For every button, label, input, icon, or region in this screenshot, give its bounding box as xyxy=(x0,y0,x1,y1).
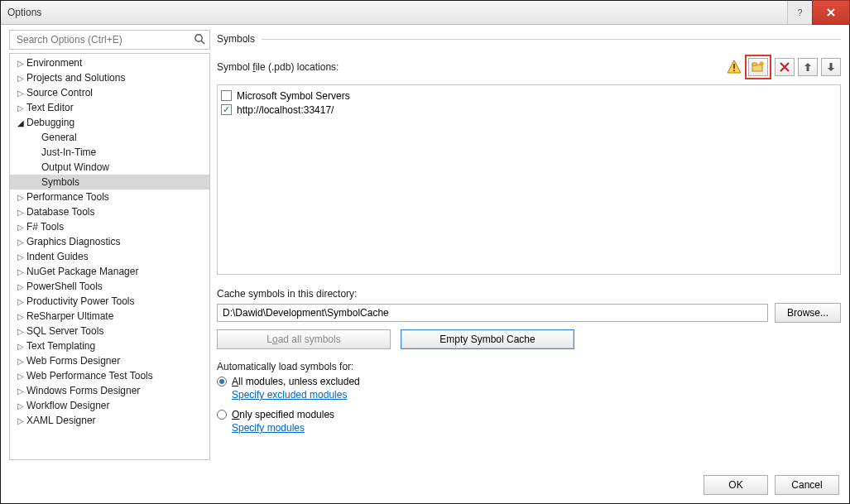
chevron-right-icon[interactable]: ▷ xyxy=(15,416,26,425)
chevron-right-icon[interactable]: ▷ xyxy=(15,282,26,291)
chevron-right-icon[interactable]: ▷ xyxy=(15,357,26,366)
tree-label: PowerShell Tools xyxy=(26,281,103,292)
tree-item-web-forms-designer[interactable]: ▷Web Forms Designer xyxy=(10,353,209,368)
tree-item-web-performance-test-tools[interactable]: ▷Web Performance Test Tools xyxy=(10,368,209,383)
delete-location-button[interactable] xyxy=(775,58,795,76)
chevron-right-icon[interactable]: ▷ xyxy=(15,193,26,202)
tree-label: Web Forms Designer xyxy=(26,355,120,367)
tree-item-nuget-package-manager[interactable]: ▷NuGet Package Manager xyxy=(10,264,209,279)
tree-item-graphics-diagnostics[interactable]: ▷Graphics Diagnostics xyxy=(10,234,209,249)
cancel-button[interactable]: Cancel xyxy=(775,475,839,495)
tree-label: ReSharper Ultimate xyxy=(26,310,113,322)
chevron-right-icon[interactable]: ▷ xyxy=(15,327,26,336)
tree-item-source-control[interactable]: ▷Source Control xyxy=(10,85,209,100)
chevron-right-icon[interactable]: ▷ xyxy=(15,223,26,232)
auto-load-label: Automatically load symbols for: xyxy=(217,361,841,372)
tree-item-f-tools[interactable]: ▷F# Tools xyxy=(10,219,209,234)
tree-item-workflow-designer[interactable]: ▷Workflow Designer xyxy=(10,398,209,413)
ok-button[interactable]: OK xyxy=(704,475,768,495)
help-button[interactable]: ? xyxy=(787,1,812,24)
chevron-right-icon[interactable]: ▷ xyxy=(15,297,26,306)
chevron-right-icon[interactable]: ▷ xyxy=(15,386,26,396)
tree-item-general[interactable]: General xyxy=(10,130,209,145)
tree-label: Indent Guides xyxy=(26,251,89,262)
specify-modules-link[interactable]: Specify modules xyxy=(232,422,841,434)
tree-label: Symbols xyxy=(41,176,79,188)
tree-label: XAML Designer xyxy=(26,415,96,426)
chevron-down-icon[interactable]: ◢ xyxy=(15,118,26,127)
tree-label: Windows Forms Designer xyxy=(26,385,140,396)
tree-item-database-tools[interactable]: ▷Database Tools xyxy=(10,204,209,219)
tree-item-xaml-designer[interactable]: ▷XAML Designer xyxy=(10,413,209,428)
tree-label: Graphics Diagnostics xyxy=(26,236,120,247)
tree-label: Workflow Designer xyxy=(26,400,109,411)
radio-dot-unselected-icon xyxy=(217,410,227,420)
tree-item-projects-and-solutions[interactable]: ▷Projects and Solutions xyxy=(10,70,209,85)
search-input[interactable] xyxy=(15,33,190,46)
tree-item-just-in-time[interactable]: Just-In-Time xyxy=(10,145,209,160)
page-heading: Symbols xyxy=(217,33,255,45)
locations-label: Symbol file (.pdb) locations: xyxy=(217,61,339,73)
specify-excluded-link[interactable]: Specify excluded modules xyxy=(232,389,841,401)
tree-label: Just-In-Time xyxy=(41,146,96,158)
tree-item-productivity-power-tools[interactable]: ▷Productivity Power Tools xyxy=(10,294,209,309)
tree-label: F# Tools xyxy=(26,221,64,233)
tree-item-output-window[interactable]: Output Window xyxy=(10,160,209,175)
tree-item-text-templating[interactable]: ▷Text Templating xyxy=(10,338,209,353)
load-all-symbols-button[interactable]: Load all symbols xyxy=(217,329,391,349)
tree-item-resharper-ultimate[interactable]: ▷ReSharper Ultimate xyxy=(10,309,209,324)
tree-item-windows-forms-designer[interactable]: ▷Windows Forms Designer xyxy=(10,383,209,398)
empty-cache-button[interactable]: Empty Symbol Cache xyxy=(401,329,574,349)
chevron-right-icon[interactable]: ▷ xyxy=(15,342,26,351)
tree-item-performance-tools[interactable]: ▷Performance Tools xyxy=(10,190,209,204)
search-box[interactable] xyxy=(9,30,210,50)
arrow-down-icon xyxy=(827,62,835,72)
chevron-right-icon[interactable]: ▷ xyxy=(15,238,26,247)
radio-only-label: Only specified modules xyxy=(232,409,334,420)
radio-only-specified[interactable]: Only specified modules xyxy=(217,409,841,420)
location-row[interactable]: Microsoft Symbol Servers xyxy=(221,89,837,103)
location-row[interactable]: ✓http://localhost:33417/ xyxy=(221,103,837,117)
browse-button[interactable]: Browse... xyxy=(775,303,841,323)
locations-listbox[interactable]: Microsoft Symbol Servers✓http://localhos… xyxy=(217,84,841,275)
tree-label: Output Window xyxy=(41,161,109,173)
location-checkbox[interactable] xyxy=(221,90,232,101)
tree-item-debugging[interactable]: ◢Debugging xyxy=(10,115,209,130)
tree-item-text-editor[interactable]: ▷Text Editor xyxy=(10,100,209,115)
cache-dir-input[interactable] xyxy=(217,304,768,322)
options-tree[interactable]: ▷Environment▷Projects and Solutions▷Sour… xyxy=(9,53,210,460)
divider xyxy=(262,39,841,40)
move-down-button[interactable] xyxy=(821,58,841,76)
delete-icon xyxy=(780,62,790,72)
new-location-button[interactable] xyxy=(748,58,768,76)
tree-item-environment[interactable]: ▷Environment xyxy=(10,55,209,70)
svg-rect-6 xyxy=(752,63,756,65)
tree-label: Environment xyxy=(26,57,82,69)
tree-item-indent-guides[interactable]: ▷Indent Guides xyxy=(10,249,209,264)
tree-label: Performance Tools xyxy=(26,191,109,203)
new-highlight xyxy=(745,55,771,79)
chevron-right-icon[interactable]: ▷ xyxy=(15,267,26,276)
chevron-right-icon[interactable]: ▷ xyxy=(15,89,26,98)
close-button[interactable] xyxy=(812,0,850,25)
tree-item-symbols[interactable]: Symbols xyxy=(10,175,209,190)
chevron-right-icon[interactable]: ▷ xyxy=(15,401,26,410)
chevron-right-icon[interactable]: ▷ xyxy=(15,372,26,381)
radio-all-modules[interactable]: All modules, unless excluded xyxy=(217,376,841,387)
search-icon xyxy=(194,33,205,47)
chevron-right-icon[interactable]: ▷ xyxy=(15,74,26,83)
chevron-right-icon[interactable]: ▷ xyxy=(15,252,26,262)
tree-label: Database Tools xyxy=(26,206,95,218)
svg-rect-3 xyxy=(733,64,735,69)
chevron-right-icon[interactable]: ▷ xyxy=(15,312,26,321)
tree-item-sql-server-tools[interactable]: ▷SQL Server Tools xyxy=(10,324,209,338)
svg-line-1 xyxy=(201,41,204,44)
tree-item-powershell-tools[interactable]: ▷PowerShell Tools xyxy=(10,279,209,294)
chevron-right-icon[interactable]: ▷ xyxy=(15,208,26,217)
tree-label: SQL Server Tools xyxy=(26,325,103,337)
warning-icon xyxy=(727,60,742,74)
move-up-button[interactable] xyxy=(798,58,818,76)
location-checkbox[interactable]: ✓ xyxy=(221,104,232,115)
chevron-right-icon[interactable]: ▷ xyxy=(15,59,26,68)
chevron-right-icon[interactable]: ▷ xyxy=(15,103,26,113)
